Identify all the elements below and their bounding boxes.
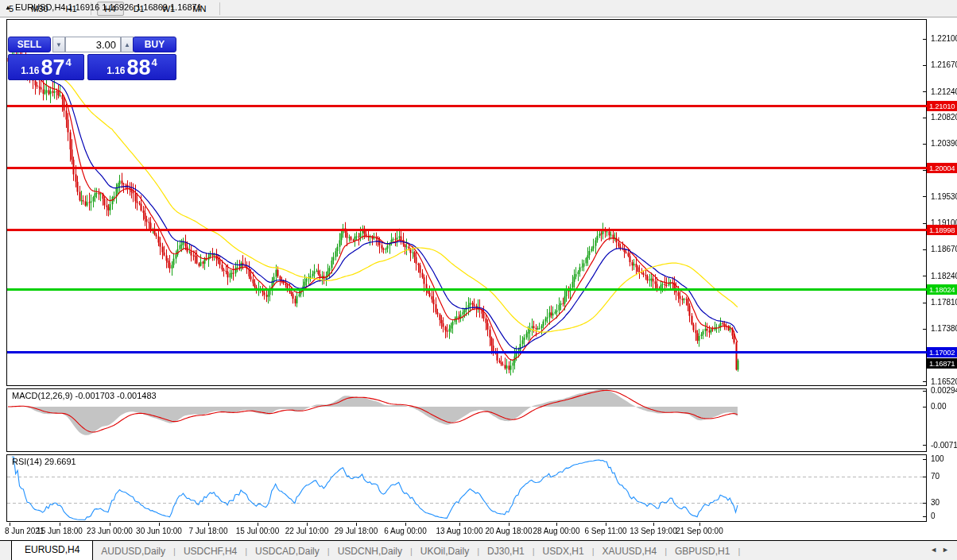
up-arrow-icon: ▲	[124, 41, 130, 48]
tab-scroll-arrows[interactable]: ◄►	[930, 546, 954, 554]
volume-decrease-button[interactable]: ▼	[52, 37, 65, 52]
time-axis-label: 28 Aug 00:00	[533, 527, 580, 535]
current-price-tag: 1.16871	[927, 358, 957, 369]
time-axis-label: 15 Jul 00:00	[236, 527, 280, 535]
time-axis-label: 29 Jul 18:00	[335, 527, 378, 535]
metatrader-window: 5M30H1H4D1W1MN ▲EURUSD,H4 1.16916 1.1692…	[0, 0, 957, 560]
rsi-canvas[interactable]	[7, 455, 926, 521]
rsi-axis-tick-label: 0	[931, 512, 936, 520]
price-level-tag: 1.18998	[927, 225, 957, 235]
tab-usdcnh-daily[interactable]: USDCNH,Daily	[330, 543, 410, 559]
tab-usdx-h1[interactable]: USDX,H1	[535, 543, 592, 559]
sell-price-button[interactable]: 1.16874	[8, 54, 84, 80]
price-level-tag: 1.17002	[927, 347, 957, 357]
volume-input[interactable]: 3.00	[65, 37, 121, 52]
time-axis-tick	[653, 523, 654, 526]
sell-price-big: 87	[41, 57, 65, 79]
rsi-axis-tick-label: 70	[931, 472, 940, 481]
tab-usdcad-daily[interactable]: USDCAD,Daily	[247, 543, 327, 559]
time-axis-label: 13 Sep 19:00	[630, 527, 677, 535]
chart-collapse-icon[interactable]: ▲	[5, 4, 11, 11]
tab-ukoil-daily[interactable]: UKOil,Daily	[413, 543, 477, 559]
price-axis-tick-label: 1.21670	[931, 60, 957, 69]
time-axis-tick	[356, 523, 357, 526]
price-level-tag: 1.20004	[927, 163, 957, 173]
price-axis-tick-label: 1.19960	[931, 166, 957, 175]
time-axis-tick	[459, 523, 460, 526]
chart-header: ▲EURUSD,H4 1.16916 1.16926 1.16869 1.168…	[5, 2, 202, 12]
price-axis-tick-label: 1.18240	[931, 272, 957, 280]
time-axis-tick	[159, 523, 160, 526]
volume-increase-button[interactable]: ▲	[121, 37, 134, 52]
time-axis-tick	[405, 523, 406, 526]
time-axis-tick	[10, 523, 10, 526]
rsi-axis-tick-label: 100	[931, 454, 944, 463]
tab-dj30-h1[interactable]: DJ30,H1	[479, 543, 533, 559]
tab-xauusd-h4[interactable]: XAUUSD,H4	[594, 543, 664, 559]
time-axis-tick	[60, 523, 60, 526]
price-axis-tick-label: 1.17810	[931, 298, 957, 307]
price-axis-tick-label: 1.20390	[931, 139, 957, 148]
buy-price-big: 88	[127, 57, 151, 79]
time-axis-label: 21 Sep 00:00	[676, 527, 723, 535]
price-axis-tick-label: 1.19530	[931, 192, 957, 201]
rsi-axis-tick-label: 30	[931, 498, 940, 507]
price-axis-tick-label: 1.20820	[931, 113, 957, 122]
price-axis-tick-label: 1.19100	[931, 218, 957, 227]
time-axis-label: 30 Jun 10:00	[136, 527, 182, 535]
time-axis-label: 13 Aug 10:00	[436, 527, 483, 535]
buy-price-sup: 4	[152, 56, 157, 68]
time-axis-label: 15 Jun 18:00	[37, 527, 83, 535]
time-axis-tick	[307, 523, 308, 526]
time-axis-tick	[110, 523, 110, 526]
time-axis-tick	[509, 523, 509, 526]
macd-label: MACD(12,26,9) -0.001703 -0.001483	[12, 391, 157, 400]
macd-axis-tick-label: 0.00	[931, 402, 946, 411]
buy-price-prefix: 1.16	[107, 65, 125, 76]
macd-axis-tick-label: -0.00715	[931, 441, 957, 450]
price-level-tag: 1.18024	[927, 284, 957, 295]
time-axis-label: 6 Sep 11:00	[584, 527, 626, 535]
price-axis-tick-label: 1.17380	[931, 324, 957, 333]
time-axis-tick	[208, 523, 209, 526]
buy-button[interactable]: BUY	[133, 37, 176, 52]
time-axis-tick	[258, 523, 258, 526]
time-axis-label: 7 Jul 18:00	[189, 527, 228, 535]
down-arrow-icon: ▼	[56, 41, 62, 48]
tab-eurusd-h4[interactable]: EURUSD,H4	[11, 540, 93, 560]
chart-tabs-bar: EURUSD,H4AUDUSD,Daily|USDCHF,H4|USDCAD,D…	[0, 540, 957, 560]
tab-gbpusd-h1[interactable]: GBPUSD,H1	[667, 543, 738, 559]
price-level-tag: 1.21010	[927, 101, 957, 111]
sell-button[interactable]: SELL	[8, 37, 51, 52]
time-axis-label: 22 Jul 10:00	[285, 527, 329, 535]
tab-separator: |	[738, 546, 740, 556]
buy-price-button[interactable]: 1.16884	[87, 54, 176, 80]
price-axis-tick-label: 1.18670	[931, 245, 957, 253]
price-axis-tick-label: 1.16520	[931, 377, 957, 386]
macd-panel: MACD(12,26,9) -0.001703 -0.001483	[6, 388, 927, 452]
sell-price-prefix: 1.16	[21, 65, 39, 76]
rsi-label: RSI(14) 29.6691	[12, 457, 76, 466]
time-axis-label: 23 Jun 00:00	[87, 527, 133, 535]
tab-audusd-daily[interactable]: AUDUSD,Daily	[93, 543, 173, 559]
time-axis-label: 8 Jun 2021	[5, 527, 45, 535]
macd-axis-tick-label: 0.00294	[931, 386, 957, 395]
chart-header-text: EURUSD,H4 1.16916 1.16926 1.16869 1.1687…	[15, 2, 202, 12]
time-axis-label: 20 Aug 18:00	[486, 527, 533, 535]
rsi-panel: RSI(14) 29.6691	[6, 454, 927, 522]
toolbar-separator	[219, 2, 220, 15]
time-axis-tick	[699, 523, 700, 526]
price-axis-tick-label: 1.21240	[931, 87, 957, 96]
sell-price-sup: 4	[66, 56, 72, 68]
time-axis-tick	[606, 523, 606, 526]
tab-usdchf-h4[interactable]: USDCHF,H4	[176, 543, 245, 559]
price-axis-tick-label: 1.22100	[931, 34, 957, 43]
time-axis-label: 6 Aug 00:00	[384, 527, 426, 535]
time-axis-tick	[556, 523, 557, 526]
